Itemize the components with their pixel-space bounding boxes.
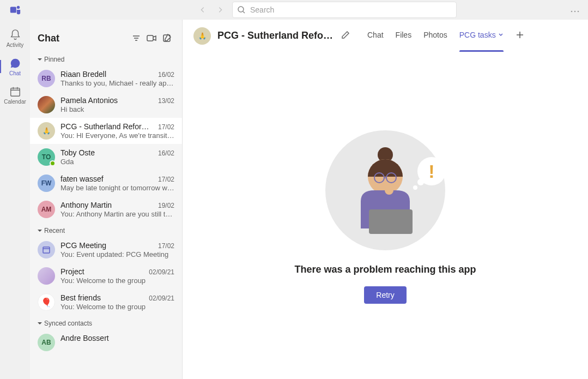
conversation-avatar: 🙏 [193, 27, 211, 45]
avatar: AB [38, 334, 55, 351]
calendar-icon [9, 86, 21, 98]
chat-date: 02/09/21 [149, 268, 174, 276]
more-options-button[interactable] [566, 5, 584, 14]
avatar: AM [38, 201, 55, 218]
avatar: RB [38, 70, 55, 87]
chat-name: Riaan Bredell [60, 70, 106, 79]
section-synced[interactable]: Synced contacts [30, 315, 182, 329]
edit-title-button[interactable] [341, 31, 350, 41]
chat-name: Andre Bossert [60, 334, 109, 342]
search-placeholder: Search [250, 5, 274, 14]
chat-preview: You: Event updated: PCG Meeting [60, 250, 174, 258]
chat-name: Anthony Martin [60, 201, 112, 209]
app-rail: Activity Chat Calendar [0, 20, 30, 379]
svg-point-15 [385, 186, 393, 195]
nav-forward-button[interactable] [213, 2, 228, 17]
bell-icon [9, 29, 21, 41]
chat-name: faten wassef [60, 175, 104, 183]
tab-content: ! There was a problem reaching this app … [183, 52, 588, 379]
chat-preview: You: Welcome to the group [60, 276, 174, 285]
chat-preview: Gda [60, 158, 174, 166]
rail-activity[interactable]: Activity [0, 24, 30, 52]
chat-item[interactable]: TO Toby Oste16/02 Gda [30, 144, 182, 170]
retry-button[interactable]: Retry [364, 286, 406, 304]
chat-item[interactable]: AM Anthony Martin19/02 You: Anthony Mart… [30, 196, 182, 222]
error-illustration: ! [323, 128, 448, 253]
section-recent-label: Recent [44, 227, 65, 234]
chat-date: 16/02 [158, 149, 174, 157]
chat-item[interactable]: 🙏 PCG - Sutherland Refor…17/02 You: HI E… [30, 118, 182, 144]
tab-photos[interactable]: Photos [423, 31, 447, 41]
svg-point-1 [17, 6, 20, 9]
chat-item[interactable]: 🎈 Best friends02/09/21 You: Welcome to t… [30, 289, 182, 315]
conversation-panel: 🙏 PCG - Sutherland Refor… Chat Files Pho… [183, 20, 588, 379]
chat-name: Pamela Antonios [60, 96, 118, 105]
error-message: There was a problem reaching this app [294, 264, 476, 275]
svg-point-2 [238, 7, 244, 12]
chat-date: 17/02 [158, 242, 174, 250]
chevron-down-icon [38, 321, 42, 326]
compose-button[interactable] [159, 31, 174, 46]
chat-name: Toby Oste [60, 148, 95, 157]
chat-name: Project [60, 267, 84, 276]
nav-back-button[interactable] [195, 2, 210, 17]
search-input[interactable]: Search [232, 2, 457, 18]
chat-preview: Hi back [60, 105, 174, 113]
chat-list-title: Chat [38, 33, 129, 44]
chat-date: 13/02 [158, 97, 174, 105]
svg-rect-7 [147, 35, 153, 41]
teams-logo [4, 4, 26, 16]
chat-item[interactable]: Project02/09/21 You: Welcome to the grou… [30, 263, 182, 289]
add-tab-button[interactable] [516, 31, 524, 41]
meet-now-button[interactable] [144, 31, 159, 46]
chat-preview: You: Anthony Martin are you still th… [60, 210, 174, 218]
chat-icon [9, 57, 21, 69]
chat-date: 17/02 [158, 176, 174, 183]
section-pinned-label: Pinned [44, 56, 64, 63]
chat-item[interactable]: FW faten wassef17/02 May be late tonight… [30, 170, 182, 196]
avatar: 🎈 [38, 293, 55, 311]
chat-date: 16/02 [158, 71, 174, 79]
chat-item[interactable]: PCG Meeting17/02 You: Event updated: PCG… [30, 237, 182, 263]
chat-name: Best friends [60, 293, 101, 302]
chevron-down-icon [38, 228, 42, 233]
chat-preview: You: Welcome to the group [60, 303, 174, 311]
chevron-down-icon [498, 32, 504, 38]
svg-point-3 [571, 11, 573, 13]
rail-activity-label: Activity [7, 42, 24, 48]
chat-item[interactable]: AB Andre Bossert [30, 329, 182, 356]
chat-item[interactable]: RB Riaan Bredell16/02 Thanks to you, Mic… [30, 65, 182, 92]
svg-rect-6 [10, 88, 20, 96]
section-synced-label: Synced contacts [44, 320, 92, 327]
avatar [38, 267, 55, 285]
chat-name: PCG Meeting [60, 241, 106, 250]
tab-chat[interactable]: Chat [367, 31, 384, 41]
section-recent[interactable]: Recent [30, 222, 182, 237]
svg-point-17 [413, 185, 417, 190]
conversation-header: 🙏 PCG - Sutherland Refor… Chat Files Pho… [183, 20, 588, 52]
tab-files[interactable]: Files [396, 31, 412, 41]
avatar [38, 96, 55, 113]
chat-date: 02/09/21 [149, 294, 174, 302]
avatar: TO [38, 148, 55, 166]
svg-rect-0 [10, 7, 16, 13]
avatar [38, 241, 55, 258]
filter-button[interactable] [129, 31, 144, 46]
tab-tasks[interactable]: PCG tasks [459, 31, 504, 41]
chat-preview: You: HI Everyone, As we're transitio… [60, 131, 174, 140]
chat-date: 19/02 [158, 202, 174, 209]
chevron-down-icon [38, 57, 42, 62]
rail-calendar[interactable]: Calendar [0, 81, 30, 109]
avatar: FW [38, 175, 55, 192]
emoji-icon: 🎈 [41, 297, 52, 308]
section-pinned[interactable]: Pinned [30, 51, 182, 65]
svg-text:!: ! [428, 161, 434, 182]
chat-preview: May be late tonight or tomorrow w… [60, 184, 174, 192]
rail-chat[interactable]: Chat [0, 52, 30, 81]
chat-item[interactable]: Pamela Antonios13/02 Hi back [30, 92, 182, 118]
svg-point-5 [578, 11, 579, 13]
rail-chat-label: Chat [9, 70, 21, 76]
calendar-icon [42, 245, 51, 254]
conversation-title: PCG - Sutherland Refor… [217, 30, 335, 41]
avatar: 🙏 [38, 122, 55, 140]
